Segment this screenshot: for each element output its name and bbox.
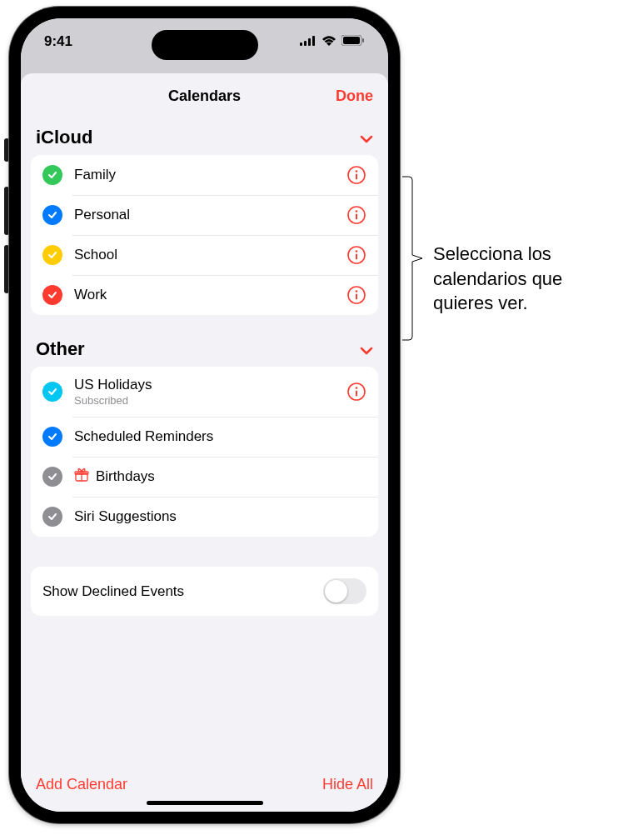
info-icon[interactable] (346, 205, 366, 225)
calendar-row-siri-suggestions[interactable]: Siri Suggestions (31, 497, 378, 537)
svg-rect-18 (356, 294, 357, 300)
show-declined-label: Show Declined Events (42, 583, 184, 600)
callout-text: Selecciona los calendarios que quieres v… (433, 242, 625, 316)
svg-rect-1 (304, 41, 307, 46)
calendar-sublabel: Subscribed (74, 394, 346, 407)
calendar-list-other: US Holidays Subscribed Scheduled Reminde… (31, 367, 378, 537)
svg-rect-6 (362, 38, 364, 42)
svg-rect-5 (343, 37, 360, 44)
cellular-icon (300, 33, 317, 50)
calendar-row-birthdays[interactable]: Birthdays (31, 457, 378, 497)
sheet-header: Calendars Done (21, 73, 388, 118)
page-title: Calendars (168, 88, 241, 105)
dynamic-island (152, 30, 258, 60)
section-header-icloud[interactable]: iCloud (21, 118, 388, 155)
calendar-label: US Holidays (74, 377, 346, 393)
chevron-down-icon (360, 338, 373, 360)
info-icon[interactable] (346, 285, 366, 305)
checkmark-icon (42, 382, 62, 402)
info-icon[interactable] (346, 382, 366, 402)
calendar-label: Family (74, 167, 346, 183)
svg-point-17 (356, 290, 358, 292)
calendar-row-personal[interactable]: Personal (31, 195, 378, 235)
calendar-label: Birthdays (96, 468, 366, 485)
checkmark-icon (42, 285, 62, 305)
checkmark-icon (42, 427, 62, 447)
wifi-icon (321, 33, 336, 50)
checkmark-icon (42, 507, 62, 527)
info-icon[interactable] (346, 165, 366, 185)
calendar-row-family[interactable]: Family (31, 155, 378, 195)
calendar-row-us-holidays[interactable]: US Holidays Subscribed (31, 367, 378, 417)
add-calendar-button[interactable]: Add Calendar (36, 776, 127, 793)
section-title: Other (36, 338, 85, 360)
svg-point-11 (356, 210, 358, 212)
hide-all-button[interactable]: Hide All (322, 776, 373, 793)
section-title: iCloud (36, 127, 92, 148)
phone-frame: 9:41 Calendars Done iCloud (9, 7, 400, 823)
svg-point-8 (356, 170, 358, 172)
svg-point-14 (356, 250, 358, 252)
calendar-row-school[interactable]: School (31, 235, 378, 275)
svg-rect-3 (312, 36, 315, 46)
callout-bracket (402, 175, 427, 342)
calendar-row-scheduled-reminders[interactable]: Scheduled Reminders (31, 417, 378, 457)
checkmark-icon (42, 165, 62, 185)
checkmark-icon (42, 245, 62, 265)
svg-rect-0 (300, 42, 302, 46)
svg-rect-12 (356, 214, 357, 220)
svg-rect-21 (356, 391, 357, 397)
show-declined-row: Show Declined Events (31, 567, 378, 616)
calendar-label: Work (74, 287, 346, 303)
calendar-list-icloud: Family Personal School Work (31, 155, 378, 315)
gift-icon (74, 468, 89, 486)
info-icon[interactable] (346, 245, 366, 265)
chevron-down-icon (360, 127, 373, 148)
checkmark-icon (42, 467, 62, 487)
show-declined-toggle[interactable] (323, 578, 366, 604)
calendar-label: Scheduled Reminders (74, 428, 366, 445)
calendars-sheet: Calendars Done iCloud Family Personal (21, 73, 388, 812)
checkmark-icon (42, 205, 62, 225)
section-header-other[interactable]: Other (21, 330, 388, 367)
svg-rect-15 (356, 254, 357, 260)
calendar-label: Siri Suggestions (74, 508, 366, 525)
calendar-label: Personal (74, 207, 346, 223)
svg-rect-9 (356, 174, 357, 180)
calendar-row-work[interactable]: Work (31, 275, 378, 315)
battery-icon (341, 33, 365, 50)
svg-rect-2 (308, 38, 311, 46)
svg-point-20 (356, 387, 358, 389)
done-button[interactable]: Done (336, 88, 373, 105)
screen: 9:41 Calendars Done iCloud (21, 18, 388, 812)
calendar-label: School (74, 247, 346, 263)
home-indicator[interactable] (147, 801, 263, 805)
status-time: 9:41 (44, 33, 72, 50)
